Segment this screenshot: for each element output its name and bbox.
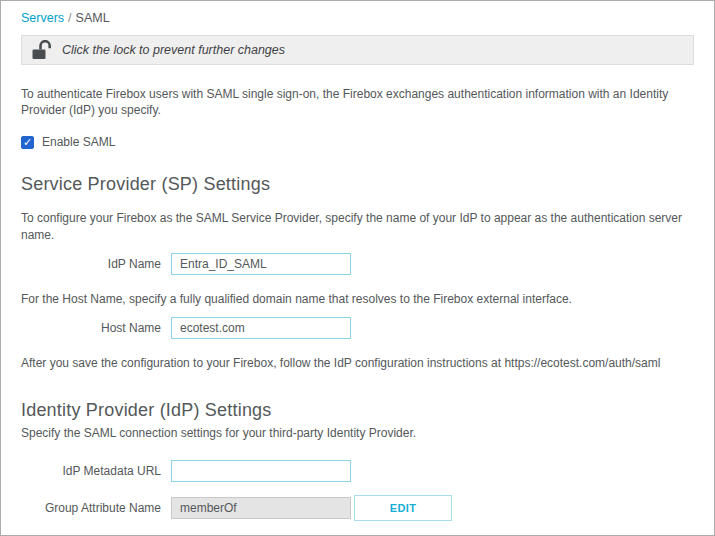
idp-name-row: IdP Name — [21, 253, 694, 275]
lock-bar-message: Click the lock to prevent further change… — [62, 43, 285, 57]
group-attribute-label: Group Attribute Name — [21, 501, 161, 515]
edit-button[interactable]: EDIT — [354, 495, 452, 521]
idp-name-label: IdP Name — [21, 257, 161, 271]
enable-saml-label: Enable SAML — [42, 135, 115, 149]
after-save-note: After you save the configuration to your… — [21, 355, 694, 371]
host-name-description: For the Host Name, specify a fully quali… — [21, 291, 694, 307]
sp-settings-description: To configure your Firebox as the SAML Se… — [21, 210, 694, 242]
idp-settings-description: Specify the SAML connection settings for… — [21, 426, 694, 440]
enable-saml-row: ✓ Enable SAML — [21, 135, 694, 149]
breadcrumb-servers-link[interactable]: Servers — [21, 11, 64, 25]
idp-settings-title: Identity Provider (IdP) Settings — [21, 400, 694, 421]
unlocked-padlock-icon[interactable] — [32, 40, 53, 60]
breadcrumb-current: SAML — [76, 11, 110, 25]
enable-saml-checkbox[interactable]: ✓ — [21, 136, 34, 149]
idp-metadata-url-label: IdP Metadata URL — [21, 464, 161, 478]
sp-settings-title: Service Provider (SP) Settings — [21, 174, 694, 195]
idp-metadata-url-input[interactable] — [171, 460, 351, 482]
host-name-label: Host Name — [21, 321, 161, 335]
breadcrumb: Servers/SAML — [21, 11, 694, 25]
idp-name-input[interactable] — [171, 253, 351, 275]
idp-metadata-url-row: IdP Metadata URL — [21, 460, 694, 482]
host-name-row: Host Name — [21, 317, 694, 339]
lock-bar: Click the lock to prevent further change… — [21, 35, 694, 65]
group-attribute-input — [171, 497, 351, 519]
breadcrumb-separator: / — [68, 11, 71, 25]
group-attribute-row: Group Attribute Name EDIT — [21, 495, 694, 521]
host-name-input[interactable] — [171, 317, 351, 339]
intro-text: To authenticate Firebox users with SAML … — [21, 86, 694, 118]
saml-settings-page: Servers/SAML Click the lock to prevent f… — [0, 0, 715, 536]
